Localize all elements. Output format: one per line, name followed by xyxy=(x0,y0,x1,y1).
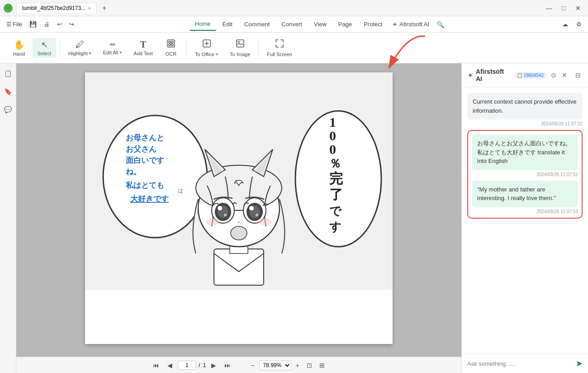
user-message-1: お母さんとお父さん面白いですね。私はとても大好きです translate it … xyxy=(472,134,578,177)
ai-menu-btn[interactable]: ✦ Afirstsoft AI xyxy=(389,18,433,31)
first-page-btn[interactable]: ⏮ xyxy=(150,361,162,370)
zoom-select[interactable]: 78.99% 100% 125% 150% xyxy=(259,360,291,370)
full-screen-tool[interactable]: Full Screen xyxy=(262,37,297,59)
ai-chat-input[interactable] xyxy=(467,360,572,367)
ai-send-btn[interactable]: ➤ xyxy=(576,359,583,368)
hamburger-icon: ☰ xyxy=(6,21,12,28)
ocr-tool[interactable]: OCR xyxy=(159,37,183,58)
ai-star-icon: ✦ xyxy=(392,21,398,28)
next-page-btn[interactable]: ▶ xyxy=(209,361,219,370)
tab-protect[interactable]: Protect xyxy=(358,18,388,31)
tab-close-btn[interactable]: × xyxy=(88,6,91,11)
ai-header-actions: ⊙ ✕ xyxy=(549,71,569,80)
svg-text:0: 0 xyxy=(329,142,336,157)
fit-page-icon: ⊡ xyxy=(307,362,312,369)
svg-text:ね。: ね。 xyxy=(126,167,141,176)
ai-text-2: "My mother and father are interesting. I… xyxy=(477,186,556,202)
ai-panel-badge: 📋 19804542 xyxy=(514,72,547,79)
highlight-tool[interactable]: 🖊 Highlight ▼ xyxy=(64,38,97,58)
last-page-btn[interactable]: ⏭ xyxy=(222,361,233,370)
ai-expand-btn[interactable]: ⊟ xyxy=(574,71,583,80)
hand-tool[interactable]: ✋ Hand xyxy=(7,38,31,58)
cloud-btn[interactable]: ☁ xyxy=(560,19,571,29)
to-image-tool[interactable]: To Image xyxy=(225,37,255,59)
full-screen-icon xyxy=(275,38,285,51)
prev-page-btn[interactable]: ◀ xyxy=(165,361,175,370)
print-btn[interactable]: 🖨 xyxy=(41,19,52,29)
to-image-label: To Image xyxy=(230,52,250,57)
svg-point-39 xyxy=(249,206,254,210)
svg-rect-3 xyxy=(169,44,171,46)
search-icon: 🔍 xyxy=(436,21,444,28)
current-page-input[interactable] xyxy=(178,361,196,370)
ocr-icon xyxy=(166,39,175,50)
highlight-icon: 🖊 xyxy=(76,39,85,50)
to-image-icon xyxy=(235,38,245,51)
svg-rect-27 xyxy=(214,249,264,285)
comment-sidebar-icon[interactable]: 💬 xyxy=(1,103,14,116)
ai-time-1: 2024/09/26 11:07:32 xyxy=(467,121,583,126)
svg-text:お母さんと: お母さんと xyxy=(126,134,164,142)
fit-width-icon: ⊞ xyxy=(319,362,325,369)
menu-left: ☰ File 💾 🖨 ↩ ↪ xyxy=(4,19,77,29)
tab-convert[interactable]: Convert xyxy=(276,18,308,31)
thumbnail-icon[interactable]: 📋 xyxy=(1,67,14,80)
tab-label: tumblr_4bf257be2d9173... xyxy=(22,5,85,11)
zoom-out-btn[interactable]: − xyxy=(248,361,257,370)
ai-panel: ✦ Afirstsoft AI 📋 19804542 ⊙ ✕ ⊟ xyxy=(461,63,588,373)
minimize-btn[interactable]: — xyxy=(543,2,555,14)
undo-btn[interactable]: ↩ xyxy=(54,19,65,29)
ai-close-btn[interactable]: ✕ xyxy=(560,71,569,80)
user-time-1: 2024/09/26 11:07:52 xyxy=(472,172,578,177)
new-tab-btn[interactable]: + xyxy=(100,4,108,12)
add-text-tool[interactable]: T Add Text xyxy=(129,38,157,58)
tab-edit[interactable]: Edit xyxy=(217,18,238,31)
hamburger-menu[interactable]: ☰ File xyxy=(4,19,25,29)
svg-text:完: 完 xyxy=(329,171,343,186)
ai-input-area: ➤ xyxy=(462,354,588,373)
to-office-tool[interactable]: To Office ▼ xyxy=(190,37,223,59)
last-page-icon: ⏭ xyxy=(224,362,231,369)
ai-settings-btn[interactable]: ⊙ xyxy=(549,71,558,80)
manga-container: お母さんと お父さん 面白いです ね。 私はとても 大好きです は 1 0 0 xyxy=(85,72,393,290)
tab-view[interactable]: View xyxy=(308,18,332,31)
select-icon: ↖ xyxy=(41,40,48,50)
separator-2 xyxy=(186,39,187,57)
redo-btn[interactable]: ↪ xyxy=(66,19,77,29)
maximize-btn[interactable]: □ xyxy=(557,2,570,14)
menu-tabs: Home Edit Comment Convert View Page Prot… xyxy=(81,18,555,31)
ai-message-1: Current context cannot provide effective… xyxy=(467,93,583,126)
search-btn[interactable]: 🔍 xyxy=(434,18,447,31)
settings-btn[interactable]: ⚙ xyxy=(574,19,584,29)
toolbar: ✋ Hand ↖ Select 🖊 Highlight ▼ ✏ Edit All… xyxy=(0,33,588,63)
ai-text-1: Current context cannot provide effective… xyxy=(473,98,577,114)
status-bar: ⏮ ◀ / 1 ▶ ⏭ − 78.99% xyxy=(16,357,461,373)
bookmark-icon[interactable]: 🔖 xyxy=(1,85,14,98)
svg-rect-4 xyxy=(171,44,173,46)
zoom-in-btn[interactable]: + xyxy=(293,361,302,370)
to-office-label: To Office xyxy=(195,52,214,57)
close-btn[interactable]: ✕ xyxy=(572,2,584,14)
highlight-label: Highlight xyxy=(68,51,88,56)
highlight-dropdown: Highlight ▼ xyxy=(68,51,92,56)
print-icon: 🖨 xyxy=(44,21,50,28)
page-navigation: ⏮ ◀ / 1 ▶ ⏭ xyxy=(150,361,233,370)
tab-home[interactable]: Home xyxy=(190,18,216,31)
edit-all-label: Edit All xyxy=(103,50,119,55)
svg-text:1: 1 xyxy=(329,115,336,129)
select-tool[interactable]: ↖ Select xyxy=(33,38,56,58)
fit-width-btn[interactable]: ⊞ xyxy=(317,361,327,370)
svg-rect-1 xyxy=(169,41,171,43)
fit-page-btn[interactable]: ⊡ xyxy=(304,361,315,370)
save-btn[interactable]: 💾 xyxy=(27,19,39,29)
browser-tab[interactable]: tumblr_4bf257be2d9173... × xyxy=(16,3,97,13)
tab-comment[interactable]: Comment xyxy=(239,18,275,31)
zoom-control: − 78.99% 100% 125% 150% + ⊡ ⊞ xyxy=(248,360,327,370)
zoom-in-icon: + xyxy=(296,362,299,369)
tab-page[interactable]: Page xyxy=(333,18,357,31)
cloud-icon: ☁ xyxy=(562,21,568,28)
ai-panel-header: ✦ Afirstsoft AI 📋 19804542 ⊙ ✕ ⊟ xyxy=(462,63,588,87)
edit-all-tool[interactable]: ✏ Edit All ▼ xyxy=(99,38,128,57)
main-content: 📋 🔖 💬 お母さんと お父さん 面白いです ね xyxy=(0,63,588,373)
to-office-icon xyxy=(202,38,212,51)
